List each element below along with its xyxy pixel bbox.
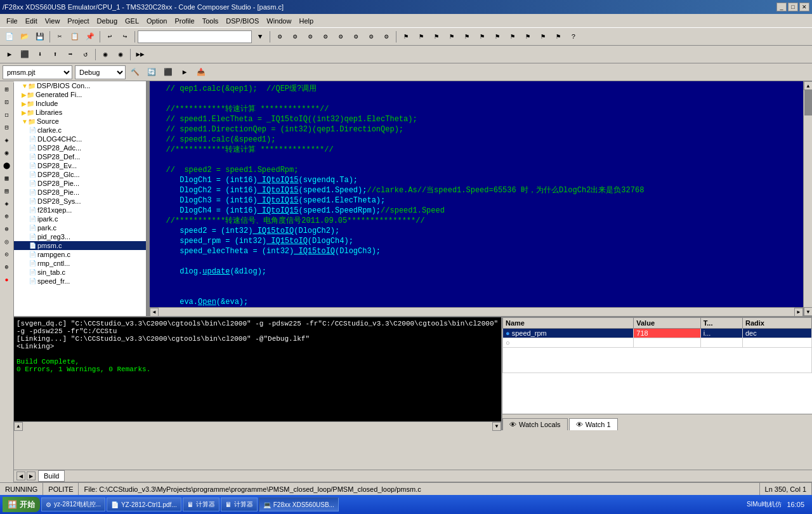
toolbar-btn2[interactable]: ⚙ xyxy=(288,30,302,44)
tree-item-include[interactable]: ▶📁 Include xyxy=(14,99,146,108)
toolbar-btn9[interactable]: ⚑ xyxy=(399,30,413,44)
toolbar-btn18[interactable]: ⚑ xyxy=(536,30,550,44)
build-button[interactable]: 🔨 xyxy=(128,65,142,79)
code-hscroll[interactable]: ◀ ▶ xyxy=(150,307,803,316)
toolbar-btn5[interactable]: ⚙ xyxy=(334,30,348,44)
open-button[interactable]: 📂 xyxy=(18,30,32,44)
left-icon-15[interactable]: ⊚ xyxy=(1,261,13,273)
tree-item-pmsm[interactable]: 📄 pmsm.c xyxy=(14,241,146,250)
menu-profile[interactable]: Profile xyxy=(171,16,198,26)
paste-button[interactable]: 📌 xyxy=(83,30,97,44)
tree-item-speedfr[interactable]: 📄 speed_fr... xyxy=(14,277,146,286)
hscroll-track[interactable] xyxy=(159,308,794,317)
debug-anim[interactable]: ▶▶ xyxy=(133,48,147,62)
console-scroll-up[interactable]: ▲ xyxy=(14,422,23,431)
scroll-left-btn[interactable]: ◀ xyxy=(150,308,159,317)
project-select[interactable]: pmsm.pjt xyxy=(3,65,72,79)
search-input[interactable] xyxy=(138,30,252,43)
left-icon-9[interactable]: ▤ xyxy=(1,185,13,197)
redo-button[interactable]: ↪ xyxy=(118,30,132,44)
save-button[interactable]: 💾 xyxy=(33,30,47,44)
left-icon-4[interactable]: ⊟ xyxy=(1,122,13,133)
tree-item-generated[interactable]: ▶📁 Generated Fi... xyxy=(14,90,146,99)
help-button[interactable]: ? xyxy=(566,30,580,44)
scroll-right-btn[interactable]: ▶ xyxy=(794,308,803,317)
toolbar-btn12[interactable]: ⚑ xyxy=(445,30,459,44)
tree-item-sintab[interactable]: 📄 sin_tab.c xyxy=(14,268,146,277)
taskbar-btn-5[interactable]: 💻 F28xx XDS560USB... xyxy=(259,498,339,511)
menu-edit[interactable]: Edit xyxy=(22,16,41,26)
left-icon-1[interactable]: ⊞ xyxy=(1,84,13,95)
menu-debug[interactable]: Debug xyxy=(93,16,121,26)
debug-btn1[interactable]: ◉ xyxy=(98,48,112,62)
taskbar-btn-2[interactable]: 📄 YZ-2812-Ctrl1.pdf... xyxy=(107,498,181,511)
menu-tools[interactable]: Tools xyxy=(199,16,223,26)
left-icon-7[interactable]: ⬤ xyxy=(1,160,13,171)
toolbar-btn10[interactable]: ⚑ xyxy=(414,30,428,44)
tree-item-pidreg3[interactable]: 📄 pid_reg3... xyxy=(14,232,146,241)
debug-step-in[interactable]: ⬇ xyxy=(33,48,47,62)
watch-row-1[interactable]: ● speed_rpm 718 i... dec xyxy=(503,329,812,338)
left-icon-14[interactable]: ⊙ xyxy=(1,249,13,260)
search-button[interactable]: ▼ xyxy=(253,30,267,44)
tree-item-source[interactable]: ▼📁 Source xyxy=(14,117,146,126)
tree-item-f281xqep[interactable]: 📄 f281xqep... xyxy=(14,206,146,214)
minimize-button[interactable]: _ xyxy=(776,3,787,11)
toolbar-btn3[interactable]: ⚙ xyxy=(303,30,317,44)
vscroll-track[interactable] xyxy=(804,90,812,307)
menu-gel[interactable]: GEL xyxy=(121,16,143,26)
left-icon-6[interactable]: ◉ xyxy=(1,147,13,159)
code-editor[interactable]: // qep1.calc(&qep1); //QEP缓?调用 //*******… xyxy=(150,81,803,307)
menu-view[interactable]: View xyxy=(41,16,64,26)
load-button[interactable]: 📥 xyxy=(194,65,208,79)
left-icon-10[interactable]: ◈ xyxy=(1,198,13,209)
menu-file[interactable]: File xyxy=(3,16,22,26)
tree-item-dsp28sys[interactable]: 📄 DSP28_Sys... xyxy=(14,197,146,206)
toolbar-btn13[interactable]: ⚑ xyxy=(460,30,474,44)
debug-stop[interactable]: ⬛ xyxy=(18,48,32,62)
taskbar-btn-3[interactable]: 🖩 计算器 xyxy=(183,498,219,511)
tree-item-dlog4[interactable]: 📄 DLOG4CHC... xyxy=(14,135,146,143)
close-button[interactable]: ✕ xyxy=(799,3,809,11)
scroll-down-btn[interactable]: ▼ xyxy=(804,307,812,316)
watch-row-2[interactable]: ○ xyxy=(503,338,812,348)
toolbar-btn4[interactable]: ⚙ xyxy=(318,30,332,44)
start-button[interactable]: 🪟 开始 xyxy=(3,497,40,512)
toolbar-btn7[interactable]: ⚙ xyxy=(364,30,378,44)
toolbar-btn19[interactable]: ⚑ xyxy=(551,30,565,44)
left-icon-3[interactable]: ◻ xyxy=(1,109,13,121)
debug-button-2[interactable]: ▶ xyxy=(178,65,192,79)
rebuild-button[interactable]: 🔄 xyxy=(145,65,159,79)
left-icon-13[interactable]: ◎ xyxy=(1,236,13,247)
toolbar-btn14[interactable]: ⚑ xyxy=(475,30,489,44)
tree-item-dsp28adc[interactable]: 📄 DSP28_Adc... xyxy=(14,143,146,152)
tree-item-dsp28def[interactable]: 📄 DSP28_Def... xyxy=(14,152,146,161)
menu-help[interactable]: Help xyxy=(295,16,317,26)
bottom-next[interactable]: ▶ xyxy=(27,471,36,480)
taskbar-btn-4[interactable]: 🖩 计算器 xyxy=(221,498,258,511)
scroll-up-btn[interactable]: ▲ xyxy=(804,81,812,90)
toolbar-btn6[interactable]: ⚙ xyxy=(349,30,363,44)
watch-1-tab[interactable]: 👁 Watch 1 xyxy=(569,418,618,430)
undo-button[interactable]: ↩ xyxy=(103,30,117,44)
tree-item-clarke[interactable]: 📄 clarke.c xyxy=(14,126,146,135)
tree-item-dsp28ev[interactable]: 📄 DSP28_Ev... xyxy=(14,161,146,170)
code-vscroll[interactable]: ▲ ▼ xyxy=(803,81,812,316)
debug-step-out[interactable]: ⬆ xyxy=(48,48,62,62)
vscroll-thumb[interactable] xyxy=(804,90,812,115)
cut-button[interactable]: ✂ xyxy=(53,30,67,44)
menu-dsp-bios[interactable]: DSP/BIOS xyxy=(222,16,263,26)
tree-item-dsp28pie2[interactable]: 📄 DSP28_Pie... xyxy=(14,188,146,197)
toolbar-btn1[interactable]: ⚙ xyxy=(273,30,287,44)
toolbar-btn17[interactable]: ⚑ xyxy=(521,30,535,44)
tree-item-park[interactable]: 📄 park.c xyxy=(14,223,146,232)
new-button[interactable]: 📄 xyxy=(3,30,16,44)
stop-build-button[interactable]: ⬛ xyxy=(161,65,175,79)
left-icon-8[interactable]: ▦ xyxy=(1,173,13,184)
left-icon-2[interactable]: ⊡ xyxy=(1,96,13,108)
debug-run[interactable]: ▶ xyxy=(3,48,16,62)
left-icon-5[interactable]: ◈ xyxy=(1,135,13,146)
left-icon-12[interactable]: ⊗ xyxy=(1,223,13,235)
copy-button[interactable]: 📋 xyxy=(68,30,82,44)
debug-btn2[interactable]: ◉ xyxy=(114,48,128,62)
